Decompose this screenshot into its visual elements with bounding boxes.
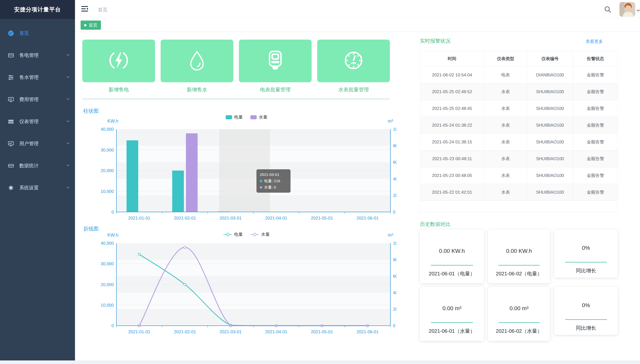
- electric-meter-icon: [8, 52, 14, 59]
- cell-time: 2021-05-22 01:42:01: [420, 184, 484, 201]
- cell-status: 金额告警: [573, 117, 618, 134]
- stat-card-electric-0602: 0.00 KW.h 2021-06-02（电量）: [488, 229, 550, 283]
- top-navbar: 首页: [75, 0, 640, 18]
- cell-code: SHUIBIAO100: [527, 167, 573, 184]
- monitor-chart-icon: [8, 140, 14, 147]
- cell-time: 2021-06-02 10:54:04: [420, 67, 484, 84]
- svg-text:m³: m³: [388, 233, 393, 238]
- cell-status: 金额告警: [573, 151, 618, 167]
- sidebar-item-home[interactable]: 首页: [0, 22, 75, 44]
- svg-text:60: 60: [393, 274, 397, 279]
- quick-action-add-water: 新增售水: [161, 40, 233, 93]
- stat-value: 0.00 KW.h: [439, 248, 465, 254]
- column-header-time: 时间: [420, 51, 484, 67]
- quick-action-label[interactable]: 电表批量管理: [260, 86, 291, 93]
- stat-card-water-0602: 0.00 m³ 2021-06-02（水量）: [488, 287, 550, 341]
- sidebar-item-water-sales[interactable]: 售水管理: [0, 66, 75, 88]
- cell-type: 水表: [484, 100, 527, 117]
- meter-device-icon: [264, 49, 287, 73]
- stat-divider: [431, 265, 473, 266]
- svg-text:KW.h: KW.h: [107, 233, 118, 238]
- table-row[interactable]: 2021-05-24 01:38:22 水表 SHUIBIAO100 金额告警: [420, 117, 618, 134]
- sidebar-menu: 首页 售电管理 售水管理 费用管理: [0, 19, 75, 199]
- sidebar-item-system-settings[interactable]: 系统设置: [0, 177, 75, 199]
- quick-action-label[interactable]: 水表批量管理: [338, 86, 369, 93]
- water-gauge-icon: [342, 49, 365, 73]
- cell-status: 金额告警: [573, 67, 618, 84]
- cell-type: 电表: [484, 67, 527, 84]
- line-chart-canvas[interactable]: 40,00030,00020,00010,0000100806040200KW.…: [97, 230, 397, 345]
- sidebar-item-data-statistics[interactable]: 数据统计: [0, 155, 75, 177]
- bar-chart-canvas[interactable]: 40,00030,00020,00010,0000100806040200KW.…: [97, 113, 397, 226]
- svg-text:m³: m³: [388, 119, 393, 124]
- tag-home[interactable]: 首页: [81, 21, 101, 30]
- table-row[interactable]: 2021-05-25 02:48:52 水表 SHUIBIAO100 金额告警: [420, 84, 618, 100]
- sidebar-item-label: 售电管理: [19, 52, 66, 59]
- cell-time: 2021-05-25 02:48:52: [420, 84, 484, 100]
- cell-status: 金额告警: [573, 167, 618, 184]
- view-more-link[interactable]: 查看更多: [586, 39, 603, 44]
- user-menu-caret-icon[interactable]: [636, 9, 640, 13]
- quick-action-label[interactable]: 新增售水: [187, 86, 207, 93]
- cell-type: 水表: [484, 84, 527, 100]
- cell-time: 2021-05-25 02:48:45: [420, 100, 484, 117]
- cell-status: 金额告警: [573, 84, 618, 100]
- stat-card-water-0601: 0.00 m³ 2021-06-01（水量）: [420, 287, 484, 341]
- quick-action-add-electric: 新增售电: [82, 40, 155, 93]
- svg-text:0: 0: [112, 210, 114, 214]
- table-row[interactable]: 2021-05-23 00:48:11 水表 SHUIBIAO100 金额告警: [420, 151, 618, 167]
- sidebar-item-fee-management[interactable]: 费用管理: [0, 88, 75, 110]
- svg-text:0: 0: [393, 323, 395, 328]
- chevron-down-icon: [66, 75, 70, 80]
- grid-icon: [8, 118, 14, 125]
- svg-text:20: 20: [393, 307, 397, 312]
- svg-text:40,000: 40,000: [101, 127, 114, 132]
- svg-text:2021-02-01: 2021-02-01: [174, 216, 196, 221]
- sidebar-item-electric-sales[interactable]: 售电管理: [0, 44, 75, 66]
- alarm-table: 时间 仪表类型 仪表编号 告警状态 2021-06-02 10:54:04 电表…: [420, 51, 618, 212]
- cell-code: DIANBIAO100: [527, 67, 573, 84]
- water-gauge-icon-button[interactable]: [317, 40, 390, 82]
- cell-time: 2021-05-23 00:48:11: [420, 151, 484, 167]
- lightning-circle-icon: [107, 49, 130, 73]
- table-row[interactable]: 2021-05-24 01:38:15 水表 SHUIBIAO100 金额告警: [420, 134, 618, 151]
- svg-text:20,000: 20,000: [101, 282, 114, 287]
- quick-action-label[interactable]: 新增售电: [109, 86, 129, 93]
- stat-card-electric-0601: 0.00 KW.h 2021-06-01（电量）: [420, 229, 484, 283]
- svg-text:20,000: 20,000: [101, 168, 114, 173]
- stat-divider: [431, 322, 473, 323]
- svg-text:2021-05-01: 2021-05-01: [311, 216, 333, 221]
- search-icon[interactable]: [604, 6, 612, 13]
- table-row[interactable]: 2021-06-02 10:54:04 电表 DIANBIAO100 金额告警: [420, 67, 618, 84]
- chevron-down-icon: [66, 163, 70, 169]
- add-water-button[interactable]: [161, 40, 233, 82]
- svg-text:40: 40: [393, 177, 397, 181]
- stat-label: 同比增长: [569, 267, 603, 274]
- svg-text:60: 60: [393, 160, 397, 165]
- sidebar: 安捷分项计量平台 首页 售电管理 售水管理: [0, 0, 75, 360]
- cell-code: SHUIBIAO100: [527, 117, 573, 134]
- sidebar-item-meter-management[interactable]: 仪表管理: [0, 110, 75, 133]
- user-avatar[interactable]: [619, 2, 635, 17]
- svg-text:2021-04-01: 2021-04-01: [265, 329, 287, 334]
- table-row[interactable]: 2021-05-23 00:48:05 水表 SHUIBIAO100 金额告警: [420, 167, 618, 184]
- table-row[interactable]: 2021-05-22 01:42:01 水表 SHUIBIAO100 金额告警: [420, 184, 618, 201]
- alarm-panel-title: 实时报警状况: [420, 38, 450, 44]
- svg-text:100: 100: [393, 241, 397, 246]
- stat-divider: [498, 322, 539, 323]
- quick-action-water-meter-batch: 水表批量管理: [317, 40, 390, 93]
- cell-type: 水表: [484, 151, 527, 167]
- svg-text:2021-01-01: 2021-01-01: [128, 329, 150, 334]
- table-row[interactable]: 2021-05-25 02:48:45 水表 SHUIBIAO100 金额告警: [420, 100, 618, 117]
- sidebar-collapse-icon[interactable]: [81, 6, 88, 12]
- sidebar-item-user-management[interactable]: 用户管理: [0, 133, 75, 155]
- svg-text:2021-03-01: 2021-03-01: [220, 216, 242, 221]
- svg-text:2021-06-01: 2021-06-01: [357, 216, 379, 221]
- cell-type: 水表: [484, 184, 527, 201]
- add-electric-button[interactable]: [82, 40, 155, 82]
- stat-value: 0%: [582, 302, 590, 309]
- stat-label: 2021-06-02（电量）: [489, 270, 549, 277]
- breadcrumb[interactable]: 首页: [98, 7, 108, 13]
- stat-card-electric-growth: 0% 同比增长: [554, 229, 618, 278]
- electric-meter-batch-button[interactable]: [239, 40, 312, 82]
